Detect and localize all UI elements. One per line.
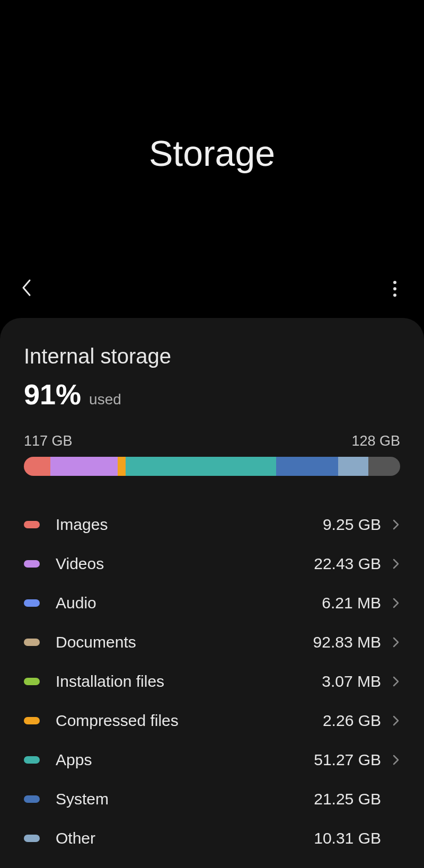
category-label: Compressed files (56, 712, 323, 730)
storage-bar-segment (118, 457, 125, 476)
category-row-installation-files[interactable]: Installation files3.07 MB (24, 662, 400, 701)
storage-bar-segment (368, 457, 400, 476)
storage-bar-segment (24, 457, 50, 476)
chevron-right-icon (392, 714, 400, 727)
category-label: Installation files (56, 672, 322, 690)
storage-bar-segment (276, 457, 338, 476)
category-color-icon (24, 521, 40, 528)
category-row-system: System21.25 GB (24, 780, 400, 819)
category-value: 3.07 MB (322, 672, 381, 690)
category-color-icon (24, 795, 40, 803)
storage-card: Internal storage 91% used 117 GB 128 GB … (0, 318, 424, 868)
usage-percent: 91% (24, 378, 81, 411)
chevron-right-icon (392, 557, 400, 570)
category-label: Other (56, 829, 314, 847)
used-amount-label: 117 GB (24, 433, 73, 449)
category-list: Images9.25 GBVideos22.43 GBAudio6.21 MBD… (24, 505, 400, 858)
category-row-other: Other10.31 GB (24, 819, 400, 858)
nav-bar (0, 278, 424, 318)
more-options-button[interactable] (384, 278, 405, 299)
chevron-right-icon (392, 754, 400, 766)
category-color-icon (24, 599, 40, 607)
category-value: 92.83 MB (313, 633, 381, 651)
category-row-apps[interactable]: Apps51.27 GB (24, 740, 400, 780)
back-icon (20, 278, 33, 299)
category-color-icon (24, 756, 40, 764)
header-section: Storage (0, 0, 424, 318)
category-color-icon (24, 678, 40, 685)
category-value: 9.25 GB (323, 516, 381, 534)
more-vertical-icon (393, 281, 396, 297)
category-value: 2.26 GB (323, 712, 381, 730)
category-color-icon (24, 560, 40, 568)
back-button[interactable] (16, 278, 37, 299)
storage-bar-segment (50, 457, 118, 476)
category-row-compressed-files[interactable]: Compressed files2.26 GB (24, 701, 400, 740)
category-label: Images (56, 516, 323, 534)
category-row-images[interactable]: Images9.25 GB (24, 505, 400, 544)
category-label: Audio (56, 594, 322, 612)
page-title: Storage (0, 132, 424, 174)
total-amount-label: 128 GB (351, 433, 400, 449)
category-value: 10.31 GB (314, 829, 381, 847)
storage-bar-labels: 117 GB 128 GB (24, 433, 400, 449)
category-label: Documents (56, 633, 313, 651)
chevron-right-icon (392, 636, 400, 649)
category-color-icon (24, 639, 40, 646)
category-value: 6.21 MB (322, 594, 381, 612)
chevron-right-icon (392, 675, 400, 688)
category-label: System (56, 790, 314, 808)
storage-bar-segment (126, 457, 276, 476)
usage-summary: 91% used (24, 378, 400, 411)
category-row-audio[interactable]: Audio6.21 MB (24, 583, 400, 623)
category-value: 22.43 GB (314, 555, 381, 573)
category-label: Videos (56, 555, 314, 573)
usage-label: used (89, 391, 121, 408)
storage-section-title: Internal storage (24, 344, 400, 368)
category-value: 51.27 GB (314, 751, 381, 769)
category-row-videos[interactable]: Videos22.43 GB (24, 544, 400, 583)
category-value: 21.25 GB (314, 790, 381, 808)
category-color-icon (24, 717, 40, 724)
chevron-right-icon (392, 597, 400, 609)
storage-bar-segment (338, 457, 368, 476)
category-color-icon (24, 835, 40, 842)
category-row-documents[interactable]: Documents92.83 MB (24, 623, 400, 662)
chevron-right-icon (392, 518, 400, 531)
storage-bar (24, 457, 400, 476)
category-label: Apps (56, 751, 314, 769)
